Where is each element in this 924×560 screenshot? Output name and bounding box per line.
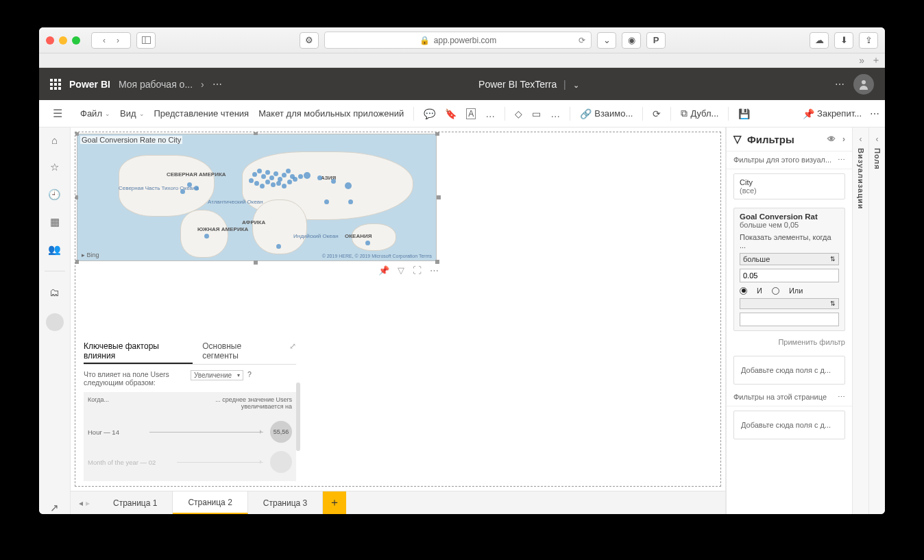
radio-or[interactable] [772, 287, 779, 295]
file-menu[interactable]: Файл⌄ [80, 108, 110, 119]
map-label-africa: АФРИКА [242, 220, 265, 226]
filter-operator2-select[interactable]: ⇅ [740, 298, 839, 309]
section-more-icon[interactable]: ⋯ [838, 156, 845, 165]
eye-icon[interactable]: 👁 [827, 134, 836, 144]
section-more-icon[interactable]: ⋯ [838, 393, 845, 402]
focus-mode-icon[interactable]: ⛶ [413, 265, 422, 276]
filter-value2-input[interactable] [740, 313, 839, 326]
pin-button[interactable]: 📌Закрепит... [803, 108, 862, 119]
cloud-button[interactable]: ☁ [810, 32, 829, 49]
ki-tab-influencers[interactable]: Ключевые факторы влияния [84, 341, 193, 364]
ext-1-button[interactable]: ◉ [622, 32, 641, 49]
scrollbar[interactable] [296, 382, 300, 451]
user-avatar[interactable] [853, 74, 874, 95]
page-tab-3[interactable]: Страница 3 [248, 491, 323, 514]
duplicate-button[interactable]: ⧉Дубл... [681, 108, 718, 119]
save-icon[interactable]: 💾 [738, 108, 750, 119]
browser-settings-button[interactable]: ⚙ [300, 32, 319, 49]
chevron-right-icon: › [201, 79, 204, 90]
favorites-icon[interactable]: ☆ [50, 161, 59, 173]
report-canvas[interactable]: Goal Conversion Rate по City СЕВЕРНАЯ АМ… [75, 132, 721, 487]
fields-pane-collapsed[interactable]: ‹ Поля [868, 127, 885, 514]
shapes-icon[interactable]: ◇ [515, 108, 522, 119]
text-insert-icon[interactable]: A [466, 108, 476, 119]
resize-handle[interactable] [75, 260, 79, 264]
visual-more-icon[interactable]: ⋯ [430, 265, 439, 276]
bookmark-icon[interactable]: 🔖 [445, 108, 457, 119]
visualizations-pane-collapsed[interactable]: ‹ Визуализации [852, 127, 868, 514]
zoom-window-button[interactable] [72, 36, 80, 45]
app-launcher-button[interactable] [50, 79, 61, 90]
expand-nav-icon[interactable]: ↗ [50, 502, 59, 514]
resize-handle[interactable] [75, 195, 78, 199]
apply-filter-link[interactable]: Применить фильтр [727, 335, 852, 352]
view-menu[interactable]: Вид⌄ [120, 108, 145, 119]
map-label-na: СЕВЕРНАЯ АМЕРИКА [167, 172, 226, 178]
recent-icon[interactable]: 🕘 [48, 188, 61, 201]
filter-visual-icon[interactable]: ▽ [398, 265, 404, 276]
more-1-button[interactable]: … [485, 108, 495, 119]
workspace-breadcrumb[interactable]: Моя рабочая о... [119, 79, 193, 90]
visual-filter-dropzone[interactable]: Добавьте сюда поля с д... [733, 356, 845, 385]
collapse-pane-icon[interactable]: › [842, 134, 845, 144]
mobile-layout-button[interactable]: Макет для мобильных приложений [258, 108, 404, 119]
title-dropdown-button[interactable]: ⌄ [573, 81, 579, 89]
ki-expand-icon[interactable]: ⤢ [289, 341, 296, 364]
reload-icon[interactable]: ⟳ [579, 36, 585, 45]
apps-icon[interactable]: ▦ [50, 216, 60, 228]
tabs-overflow-button[interactable]: » [859, 55, 864, 66]
resize-handle[interactable] [254, 260, 258, 265]
ribbon-more-button[interactable]: ⋯ [870, 108, 879, 119]
ki-direction-select[interactable]: Увеличение▾ [191, 370, 243, 380]
minimize-window-button[interactable] [59, 36, 67, 45]
add-page-button[interactable]: ＋ [323, 491, 346, 514]
workspaces-icon[interactable]: 🗂 [49, 287, 60, 298]
button-insert-icon[interactable]: ▭ [532, 108, 541, 119]
more-2-button[interactable]: … [550, 108, 560, 119]
page-tab-2[interactable]: Страница 2 [173, 491, 247, 514]
brand-label[interactable]: Power BI [69, 79, 110, 90]
filter-icon: ▽ [733, 133, 742, 145]
filter-operator-select[interactable]: больше⇅ [740, 253, 839, 265]
ki-row[interactable]: Hour — 14 55,56 [88, 417, 292, 447]
filter-value-input[interactable] [740, 269, 839, 282]
share-button[interactable]: ⇪ [859, 32, 878, 49]
ki-question: Что влияет на поле Users следующим образ… [84, 370, 296, 387]
refresh-icon[interactable]: ⟳ [653, 108, 661, 119]
key-influencers-visual[interactable]: Ключевые факторы влияния Основные сегмен… [84, 341, 296, 465]
pocket-button[interactable]: ⌄ [597, 32, 616, 49]
workspace-avatar-icon[interactable] [46, 313, 64, 331]
related-button[interactable]: 🔗Взаимо... [580, 108, 633, 119]
home-icon[interactable]: ⌂ [51, 134, 58, 146]
sidebar-toggle-button[interactable] [136, 32, 156, 49]
resize-handle[interactable] [254, 132, 258, 135]
ki-row[interactable]: Month of the year — 02 [88, 447, 292, 477]
report-title[interactable]: Power BI TexTerra [478, 79, 557, 90]
page-tab-1[interactable]: Страница 1 [98, 491, 173, 514]
resize-handle[interactable] [75, 132, 79, 136]
back-forward-buttons[interactable]: ‹ › [91, 32, 131, 49]
nav-toggle-button[interactable]: ☰ [45, 107, 71, 120]
ki-row-label: Hour — 14 [88, 428, 143, 436]
resize-handle[interactable] [435, 132, 439, 136]
resize-handle[interactable] [437, 195, 441, 199]
pages-nav[interactable]: ◂▸ [71, 491, 98, 514]
header-more-button[interactable]: ⋯ [835, 79, 845, 90]
close-window-button[interactable] [46, 36, 54, 45]
resize-handle[interactable] [435, 260, 439, 264]
page-filter-dropzone[interactable]: Добавьте сюда поля с д... [733, 411, 845, 439]
downloads-button[interactable]: ⬇ [834, 32, 853, 49]
address-bar[interactable]: 🔒 app.powerbi.com ⟳ [324, 32, 592, 49]
breadcrumb-more-button[interactable]: ⋯ [212, 79, 223, 90]
pin-visual-icon[interactable]: 📌 [378, 265, 389, 276]
comment-icon[interactable]: 💬 [424, 108, 435, 119]
reading-view-button[interactable]: Представление чтения [154, 108, 250, 119]
ki-tab-segments[interactable]: Основные сегменты [202, 341, 280, 364]
new-tab-button[interactable]: ＋ [871, 54, 881, 66]
filter-card-city[interactable]: City (все) [733, 173, 845, 199]
filter-card-gcr[interactable]: Goal Conversion Rat больше чем 0,05 Пока… [733, 208, 845, 331]
radio-and[interactable] [740, 287, 747, 295]
pinterest-button[interactable]: P [646, 32, 666, 49]
map-visual[interactable]: Goal Conversion Rate по City СЕВЕРНАЯ АМ… [77, 134, 437, 261]
shared-icon[interactable]: 👥 [48, 243, 61, 256]
